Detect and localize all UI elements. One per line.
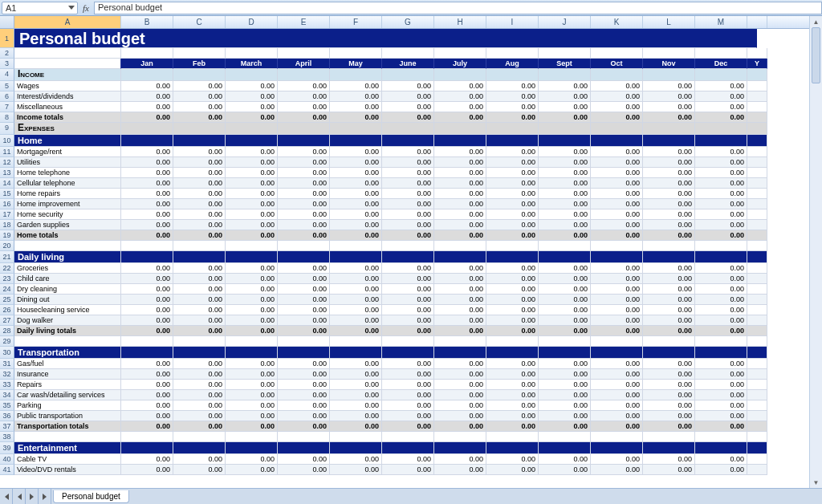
data-cell[interactable]: 0.00 xyxy=(486,411,539,421)
vertical-scrollbar[interactable]: ▲ ▼ xyxy=(809,16,822,488)
row-header[interactable]: 4 xyxy=(0,69,14,81)
blank-cell[interactable] xyxy=(382,241,434,251)
data-cell[interactable] xyxy=(747,91,767,102)
section-cell[interactable] xyxy=(121,135,173,147)
data-cell[interactable]: 0.00 xyxy=(695,465,747,475)
data-cell[interactable]: 0.00 xyxy=(173,263,226,274)
data-cell[interactable]: 0.00 xyxy=(434,421,486,432)
data-cell[interactable]: 0.00 xyxy=(643,81,695,91)
data-cell[interactable]: 0.00 xyxy=(173,147,226,157)
data-cell[interactable]: 0.00 xyxy=(539,274,591,284)
blank-cell[interactable] xyxy=(486,432,539,442)
blank-cell[interactable] xyxy=(643,336,695,347)
data-cell[interactable] xyxy=(747,263,767,274)
col-header-D[interactable]: D xyxy=(226,16,278,28)
data-cell[interactable]: 0.00 xyxy=(278,91,330,102)
blank-cell[interactable] xyxy=(591,241,643,251)
data-cell[interactable]: 0.00 xyxy=(486,209,539,220)
tab-nav-next-icon[interactable] xyxy=(26,489,39,504)
data-cell[interactable]: 0.00 xyxy=(591,411,643,421)
data-cell[interactable]: 0.00 xyxy=(434,465,486,475)
data-cell[interactable]: 0.00 xyxy=(121,81,173,91)
blank-cell[interactable] xyxy=(330,48,382,59)
data-cell[interactable]: 0.00 xyxy=(539,209,591,220)
data-cell[interactable] xyxy=(747,295,767,305)
data-cell[interactable]: 0.00 xyxy=(591,263,643,274)
data-cell[interactable]: 0.00 xyxy=(486,400,539,411)
data-cell[interactable]: 0.00 xyxy=(121,400,173,411)
row-header[interactable]: 29 xyxy=(0,336,14,347)
row-label[interactable]: Miscellaneous xyxy=(14,102,121,112)
data-cell[interactable]: 0.00 xyxy=(591,81,643,91)
data-cell[interactable]: 0.00 xyxy=(591,284,643,295)
data-cell[interactable]: 0.00 xyxy=(591,274,643,284)
data-cell[interactable]: 0.00 xyxy=(695,315,747,326)
data-cell[interactable]: 0.00 xyxy=(591,295,643,305)
data-cell[interactable]: 0.00 xyxy=(643,263,695,274)
fx-icon[interactable]: fx xyxy=(78,3,94,13)
data-cell[interactable] xyxy=(747,421,767,432)
blank-cell[interactable] xyxy=(121,241,173,251)
col-header-L[interactable]: L xyxy=(643,16,695,28)
data-cell[interactable]: 0.00 xyxy=(486,230,539,241)
section-cell[interactable] xyxy=(643,69,695,81)
data-cell[interactable] xyxy=(747,465,767,475)
data-cell[interactable]: 0.00 xyxy=(434,400,486,411)
month-header[interactable]: Nov xyxy=(643,59,695,69)
data-cell[interactable]: 0.00 xyxy=(643,284,695,295)
section-cell[interactable] xyxy=(278,135,330,147)
section-cell[interactable] xyxy=(486,442,539,454)
data-cell[interactable]: 0.00 xyxy=(121,230,173,241)
data-cell[interactable]: 0.00 xyxy=(382,91,434,102)
section-cell[interactable] xyxy=(434,251,486,263)
data-cell[interactable]: 0.00 xyxy=(382,189,434,199)
data-cell[interactable]: 0.00 xyxy=(695,274,747,284)
data-cell[interactable]: 0.00 xyxy=(434,168,486,178)
data-cell[interactable]: 0.00 xyxy=(330,178,382,189)
data-cell[interactable] xyxy=(747,199,767,209)
data-cell[interactable]: 0.00 xyxy=(486,315,539,326)
data-cell[interactable]: 0.00 xyxy=(173,199,226,209)
data-cell[interactable]: 0.00 xyxy=(539,220,591,230)
section-cell[interactable] xyxy=(747,69,767,81)
data-cell[interactable]: 0.00 xyxy=(382,305,434,315)
blank-cell[interactable] xyxy=(121,432,173,442)
data-cell[interactable] xyxy=(747,157,767,168)
data-cell[interactable]: 0.00 xyxy=(695,199,747,209)
section-cell[interactable] xyxy=(382,442,434,454)
data-cell[interactable] xyxy=(747,189,767,199)
row-header[interactable]: 6 xyxy=(0,91,14,102)
data-cell[interactable]: 0.00 xyxy=(330,465,382,475)
data-cell[interactable]: 0.00 xyxy=(539,390,591,400)
section-cell[interactable] xyxy=(330,123,382,135)
data-cell[interactable]: 0.00 xyxy=(486,81,539,91)
blank-cell[interactable] xyxy=(173,48,226,59)
data-cell[interactable]: 0.00 xyxy=(591,421,643,432)
data-cell[interactable]: 0.00 xyxy=(330,147,382,157)
data-cell[interactable]: 0.00 xyxy=(486,147,539,157)
section-cell[interactable] xyxy=(382,69,434,81)
data-cell[interactable]: 0.00 xyxy=(226,220,278,230)
blank-cell[interactable] xyxy=(434,336,486,347)
data-cell[interactable]: 0.00 xyxy=(121,305,173,315)
data-cell[interactable]: 0.00 xyxy=(591,380,643,390)
data-cell[interactable]: 0.00 xyxy=(121,147,173,157)
row-label[interactable]: Repairs xyxy=(14,380,121,390)
data-cell[interactable]: 0.00 xyxy=(434,315,486,326)
data-cell[interactable]: 0.00 xyxy=(278,454,330,465)
data-cell[interactable]: 0.00 xyxy=(695,178,747,189)
data-cell[interactable]: 0.00 xyxy=(695,390,747,400)
data-cell[interactable]: 0.00 xyxy=(121,359,173,369)
blank-cell[interactable] xyxy=(434,241,486,251)
data-cell[interactable]: 0.00 xyxy=(695,421,747,432)
data-cell[interactable]: 0.00 xyxy=(278,157,330,168)
data-cell[interactable]: 0.00 xyxy=(330,220,382,230)
data-cell[interactable]: 0.00 xyxy=(173,102,226,112)
data-cell[interactable]: 0.00 xyxy=(173,230,226,241)
section-cell[interactable] xyxy=(330,69,382,81)
data-cell[interactable]: 0.00 xyxy=(695,220,747,230)
data-cell[interactable]: 0.00 xyxy=(173,81,226,91)
blank-cell[interactable] xyxy=(330,336,382,347)
data-cell[interactable]: 0.00 xyxy=(695,112,747,123)
data-cell[interactable]: 0.00 xyxy=(226,168,278,178)
